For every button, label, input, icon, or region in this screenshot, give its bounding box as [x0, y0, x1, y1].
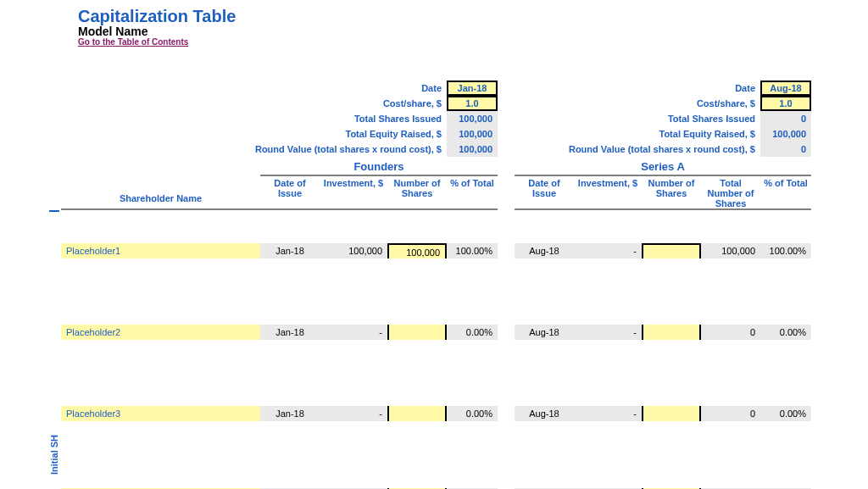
shares-label-f: Total Shares Issued — [10, 114, 447, 124]
roundval-founders: 100,000 — [447, 142, 498, 157]
initial-adate-2: Aug-18 — [515, 406, 574, 421]
initial-adate-1: Aug-18 — [515, 325, 574, 340]
founders-header: Founders — [260, 160, 498, 176]
shares-label-a: Total Shares Issued — [515, 114, 760, 124]
col-a-pct: % of Total — [760, 176, 811, 210]
initial-atot-0: 100,000 — [701, 243, 760, 258]
initial-apct-0: 100.00% — [760, 243, 811, 258]
col-a-total: Total Number of Shares — [701, 176, 760, 210]
col-f-date: Date of Issue — [260, 176, 320, 210]
toc-link[interactable]: Go to the Table of Contents — [78, 37, 858, 47]
seriesA-header: Series A — [515, 160, 811, 176]
initial-finv-1: - — [320, 325, 387, 340]
vbar-initial: Initial SH — [10, 210, 61, 489]
roundval-label-f: Round Value (total shares x round cost),… — [10, 144, 447, 154]
col-a-shares: Number of Shares — [642, 176, 701, 210]
initial-ash-2[interactable] — [642, 406, 701, 421]
roundval-label-a: Round Value (total shares x round cost),… — [515, 144, 760, 154]
col-f-shares: Number of Shares — [387, 176, 447, 210]
equity-label-a: Total Equity Raised, $ — [515, 129, 760, 139]
col-f-inv: Investment, $ — [320, 176, 387, 210]
initial-fpct-1: 0.00% — [447, 325, 498, 340]
initial-finv-2: - — [320, 406, 387, 421]
cost-label-f: Cost/share, $ — [10, 98, 447, 108]
initial-fsh-0[interactable]: 100,000 — [387, 243, 447, 258]
initial-ainv-2: - — [574, 406, 642, 421]
col-f-pct: % of Total — [447, 176, 498, 210]
initial-ash-1[interactable] — [642, 325, 701, 340]
model-name: Model Name — [78, 25, 858, 38]
summary-block: Date Jan-18 Date Aug-18 Cost/share, $ 1.… — [10, 81, 858, 157]
cost-founders[interactable]: 1.0 — [447, 96, 498, 111]
initial-fpct-2: 0.00% — [447, 406, 498, 421]
equity-seriesA: 100,000 — [760, 126, 811, 142]
date-seriesA[interactable]: Aug-18 — [760, 81, 811, 96]
initial-fdate-2: Jan-18 — [260, 406, 320, 421]
initial-adate-0: Aug-18 — [515, 243, 574, 258]
initial-name-2[interactable]: Placeholder3 — [61, 406, 260, 421]
date-label-a: Date — [515, 83, 760, 93]
initial-fdate-0: Jan-18 — [260, 243, 320, 258]
column-headers: Founders Series A Shareholder Name Date … — [10, 160, 858, 210]
page-title: Capitalization Table — [78, 7, 858, 26]
shares-founders: 100,000 — [447, 111, 498, 126]
initial-fsh-1[interactable] — [387, 325, 447, 340]
initial-name-1[interactable]: Placeholder2 — [61, 325, 260, 340]
date-label-f: Date — [10, 83, 447, 93]
initial-fdate-1: Jan-18 — [260, 325, 320, 340]
initial-apct-1: 0.00% — [760, 325, 811, 340]
cost-label-a: Cost/share, $ — [515, 98, 760, 108]
initial-ash-0[interactable] — [642, 243, 701, 258]
col-a-date: Date of Issue — [515, 176, 574, 210]
initial-ainv-1: - — [574, 325, 642, 340]
initial-atot-2: 0 — [701, 406, 760, 421]
initial-fsh-2[interactable] — [387, 406, 447, 421]
initial-finv-0: 100,000 — [320, 243, 387, 258]
equity-label-f: Total Equity Raised, $ — [10, 129, 447, 139]
roundval-seriesA: 0 — [760, 142, 811, 157]
equity-founders: 100,000 — [447, 126, 498, 142]
cost-seriesA[interactable]: 1.0 — [760, 96, 811, 111]
initial-fpct-0: 100.00% — [447, 243, 498, 258]
initial-section: Initial SHPlaceholder1Jan-18100,000100,0… — [10, 210, 858, 489]
initial-apct-2: 0.00% — [760, 406, 811, 421]
col-a-inv: Investment, $ — [574, 176, 642, 210]
initial-atot-1: 0 — [701, 325, 760, 340]
shares-seriesA: 0 — [760, 111, 811, 126]
col-shareholder: Shareholder Name — [61, 193, 260, 210]
initial-name-0[interactable]: Placeholder1 — [61, 243, 260, 258]
initial-ainv-0: - — [574, 243, 642, 258]
date-founders[interactable]: Jan-18 — [447, 81, 498, 96]
